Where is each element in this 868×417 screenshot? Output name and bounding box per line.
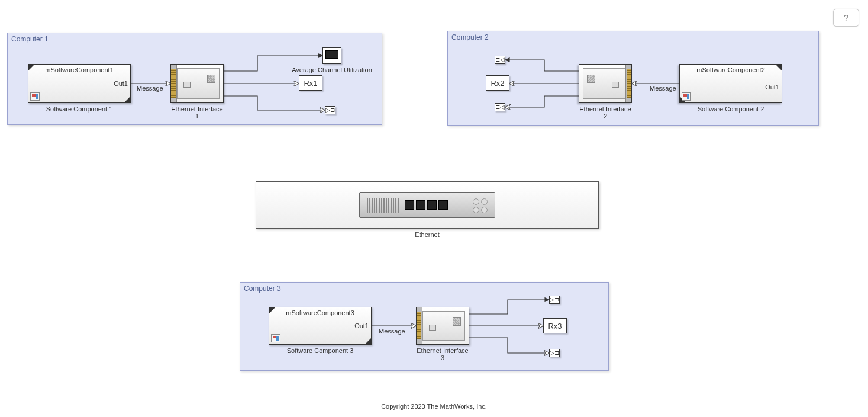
port-label: Out1 [114, 80, 128, 87]
model-reference-icon [30, 92, 40, 101]
terminator-block[interactable]: ▷⊐ [549, 349, 560, 357]
block-label: Ethernet Interface 1 [170, 105, 224, 120]
rx3-block[interactable]: Rx3 [543, 318, 567, 333]
rx-text: Rx2 [491, 79, 504, 88]
terminator-icon: ▷⊐ [325, 107, 335, 113]
signal-label: Message [137, 85, 163, 92]
model-reference-icon [682, 92, 691, 101]
area-title: Computer 1 [11, 35, 49, 43]
block-label: Ethernet Interface 2 [579, 105, 632, 120]
block-name: mSoftwareComponent1 [28, 66, 130, 73]
ethernet-interface-1[interactable]: Ethernet Interface 1 [170, 64, 224, 103]
block-label: Software Component 1 [28, 105, 131, 113]
software-component-3[interactable]: mSoftwareComponent3 Out1 Software Compon… [269, 307, 372, 345]
ethernet-interface-2[interactable]: Ethernet Interface 2 [579, 64, 632, 103]
copyright-text: Copyright 2020 The MathWorks, Inc. [0, 403, 868, 410]
terminator-icon: ▷⊐ [550, 350, 559, 356]
software-component-2[interactable]: mSoftwareComponent2 Out1 Software Compon… [679, 64, 782, 103]
block-label: Ethernet [256, 231, 599, 238]
terminator-block[interactable]: ⊏◁ [495, 56, 505, 64]
port-label: Out1 [765, 84, 779, 91]
block-label: Software Component 2 [679, 105, 782, 113]
rx-text: Rx3 [548, 322, 562, 331]
block-name: mSoftwareComponent2 [680, 66, 782, 73]
area-title: Computer 3 [244, 284, 281, 293]
ethernet-interface-3[interactable]: Ethernet Interface 3 [416, 307, 469, 345]
block-label: Software Component 3 [269, 347, 372, 354]
terminator-block[interactable]: ▷⊐ [549, 296, 560, 304]
block-name: mSoftwareComponent3 [269, 309, 371, 316]
signal-label: Message [379, 328, 405, 335]
ethernet-block[interactable]: Ethernet [256, 181, 599, 229]
terminator-icon: ⊏◁ [495, 57, 505, 63]
port-label: Out1 [354, 322, 369, 329]
scope-block[interactable]: Average Channel Utilization [322, 47, 341, 64]
area-title: Computer 2 [451, 33, 489, 41]
rx-text: Rx1 [304, 79, 317, 88]
help-button[interactable]: ? [833, 9, 859, 27]
terminator-block[interactable]: ▷⊐ [325, 106, 335, 114]
terminator-icon: ⊏◁ [495, 104, 505, 110]
signal-label: Message [650, 85, 676, 92]
terminator-block[interactable]: ⊏◁ [495, 103, 505, 111]
rx1-block[interactable]: Rx1 [299, 75, 322, 91]
rx2-block[interactable]: Rx2 [486, 75, 509, 91]
terminator-icon: ▷⊐ [550, 297, 559, 303]
block-label: Ethernet Interface 3 [416, 347, 469, 361]
software-component-1[interactable]: mSoftwareComponent1 Out1 Software Compon… [28, 64, 131, 103]
model-reference-icon [271, 334, 280, 342]
block-label: Average Channel Utilization [281, 66, 383, 73]
